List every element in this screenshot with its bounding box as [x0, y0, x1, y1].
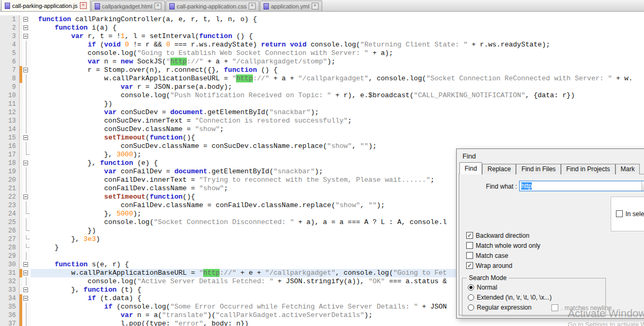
search-match-highlight: http [203, 269, 220, 277]
find-dialog-tab-replace[interactable]: Replace [482, 164, 516, 174]
search-mode-label: Search Mode [467, 274, 509, 282]
code-text[interactable]: function callParkingController(a, e, r, … [31, 15, 644, 24]
code-line-5[interactable]: 5 console.log("Going to Establish Web So… [0, 49, 644, 58]
code-text[interactable]: setTimeout(function(){ [31, 134, 644, 142]
code-text[interactable]: console.log("Push Notification Received … [31, 91, 644, 100]
document-icon [5, 3, 10, 9]
fold-margin [22, 303, 31, 311]
fold-collapse-icon[interactable] [22, 294, 31, 303]
find-dialog-tab-mark[interactable]: Mark [615, 164, 640, 174]
fold-collapse-icon[interactable] [22, 260, 31, 269]
code-line-3[interactable]: 3 var r, t = !1, l = setInterval(functio… [0, 32, 644, 41]
code-line-14[interactable]: 14 conSucDev.className = "show"; [0, 125, 644, 134]
checkbox-matches-newline: . matches newline [551, 304, 612, 312]
checkbox-label: In selection [625, 210, 644, 218]
find-what-input[interactable]: http ▼ [519, 181, 644, 191]
code-text[interactable]: r = Stomp.over(n), r.connect({}, functio… [31, 66, 644, 74]
checkbox-box[interactable] [466, 242, 473, 249]
checkbox-wrap-around[interactable]: Wrap around [466, 262, 512, 269]
combo-dropdown-icon[interactable]: ▼ [641, 181, 644, 191]
fold-margin [22, 320, 31, 326]
find-dialog-tab-find-in-files[interactable]: Find in Files [516, 164, 561, 174]
code-text[interactable]: if (void 0 != r && 0 === r.ws.readyState… [31, 41, 644, 49]
radio-normal[interactable]: Normal [468, 284, 497, 291]
fold-collapse-icon[interactable] [22, 66, 31, 74]
file-tab-call-parking-application-css[interactable]: call-parking-application.css × [166, 1, 259, 11]
code-line-8[interactable]: 8 w.callParkApplicationBaseURL = "http:/… [0, 74, 644, 83]
fold-collapse-icon[interactable] [22, 269, 31, 277]
line-number: 36 [0, 311, 19, 320]
code-text[interactable]: conSucDev.innerText = "Connection is res… [31, 117, 644, 125]
code-text[interactable]: }) [31, 100, 644, 108]
code-text[interactable]: w.callParkApplicationBaseURL = "http://"… [31, 74, 644, 83]
notepad-plus-plus-window: call-parking-application.js × callparkga… [0, 0, 644, 326]
code-line-4[interactable]: 4 if (void 0 != r && 0 === r.ws.readySta… [0, 41, 644, 49]
line-number: 19 [0, 167, 19, 176]
code-line-12[interactable]: 12 var conSucDev = document.getElementBy… [0, 108, 644, 117]
checkbox-label: Match whole word only [476, 242, 540, 249]
find-dialog-tab-strip: Find Replace Find in Files Find in Proje… [459, 164, 640, 174]
line-number: 1 [0, 15, 19, 24]
line-number: 14 [0, 125, 19, 134]
fold-margin [22, 218, 31, 227]
fold-collapse-icon[interactable] [22, 32, 31, 41]
code-line-15[interactable]: 15 setTimeout(function(){ [0, 134, 644, 142]
code-text[interactable]: var r, t = !1, l = setInterval(function … [31, 32, 644, 41]
file-tab-application-yml[interactable]: application.yml × [260, 1, 322, 11]
fold-collapse-icon[interactable] [22, 286, 31, 294]
checkbox-backward-direction[interactable]: Backward direction [466, 231, 529, 239]
checkbox-box[interactable] [616, 210, 623, 217]
code-line-13[interactable]: 13 conSucDev.innerText = "Connection is … [0, 117, 644, 125]
line-number: 17 [0, 151, 19, 159]
code-text[interactable]: function i(a) { [31, 24, 644, 32]
close-tab-icon[interactable]: × [312, 3, 319, 10]
code-line-6[interactable]: 6 var n = new SockJS("http://" + a + "/c… [0, 58, 644, 66]
radio-button[interactable] [468, 304, 474, 311]
fold-collapse-icon[interactable] [22, 24, 31, 32]
document-icon [264, 3, 269, 10]
code-text[interactable]: var r = JSON.parse(a.body); [31, 83, 644, 91]
file-tab-call-parking-application-js[interactable]: call-parking-application.js × [1, 0, 90, 11]
line-number: 9 [0, 83, 19, 91]
find-dialog-tab-find-in-projects[interactable]: Find in Projects [561, 164, 615, 174]
line-number: 20 [0, 176, 19, 184]
checkbox-box[interactable] [466, 252, 473, 259]
line-number: 26 [0, 227, 19, 235]
checkbox-match-whole-word[interactable]: Match whole word only [466, 241, 540, 249]
code-line-9[interactable]: 9 var r = JSON.parse(a.body); [0, 83, 644, 91]
code-text[interactable]: conSucDev.className = "show"; [31, 125, 644, 134]
fold-collapse-icon[interactable] [22, 134, 31, 142]
code-line-2[interactable]: 2 function i(a) { [0, 24, 644, 32]
fold-margin [22, 311, 31, 320]
code-line-11[interactable]: 11 }) [0, 100, 644, 108]
code-line-37[interactable]: 37 l.pop({type: "error", body: n}) [0, 320, 644, 326]
checkbox-box[interactable] [466, 232, 473, 239]
radio-button[interactable] [468, 284, 474, 291]
radio-extended[interactable]: Extended (\n, \r, \t, \0, \x...) [468, 294, 551, 301]
checkbox-box[interactable] [466, 262, 473, 269]
code-text[interactable]: console.log("Going to Establish Web Sock… [31, 49, 644, 58]
code-text[interactable]: l.pop({type: "error", body: n}) [31, 320, 644, 326]
fold-margin [22, 117, 31, 125]
fold-margin [22, 49, 31, 58]
code-text[interactable]: var conSucDev = document.getElementById(… [31, 108, 644, 117]
code-line-7[interactable]: 7 r = Stomp.over(n), r.connect({}, funct… [0, 66, 644, 74]
close-tab-icon[interactable]: × [80, 2, 87, 9]
fold-margin [22, 41, 31, 49]
close-tab-icon[interactable]: × [249, 3, 256, 10]
radio-button[interactable] [468, 294, 474, 301]
fold-collapse-icon[interactable] [22, 15, 31, 24]
line-number: 15 [0, 134, 19, 142]
fold-collapse-icon[interactable] [22, 159, 31, 167]
radio-regular-expression[interactable]: Regular expression [468, 304, 531, 311]
checkbox-in-selection[interactable]: In selection [616, 210, 644, 218]
close-tab-icon[interactable]: × [155, 3, 161, 10]
line-number: 27 [0, 235, 19, 244]
checkbox-match-case[interactable]: Match case [466, 252, 508, 259]
code-text[interactable]: var n = new SockJS("http://" + a + "/cal… [31, 58, 644, 66]
code-line-10[interactable]: 10 console.log("Push Notification Receiv… [0, 91, 644, 100]
code-line-1[interactable]: 1function callParkingController(a, e, r,… [0, 15, 644, 24]
fold-collapse-icon[interactable] [22, 193, 31, 201]
file-tab-callparkgadget-html[interactable]: callparkgadget.html × [91, 1, 165, 11]
find-dialog-tab-find[interactable]: Find [459, 162, 482, 174]
